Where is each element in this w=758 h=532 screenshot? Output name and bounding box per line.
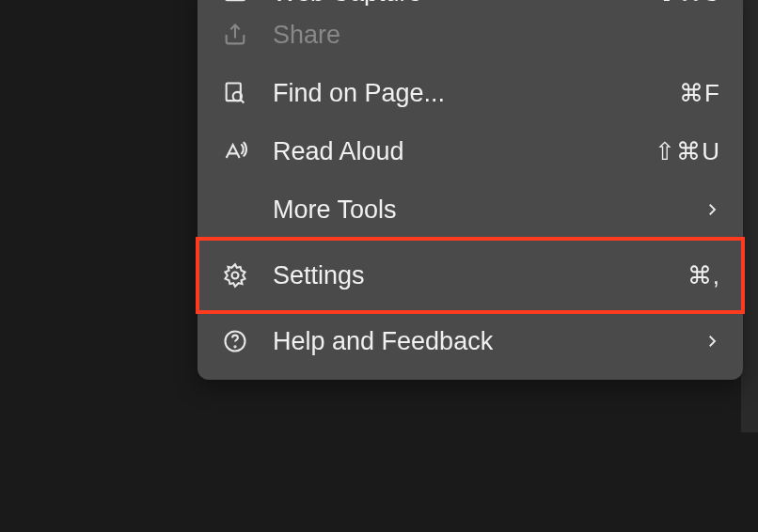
- menu-label: Share: [273, 21, 720, 50]
- svg-point-5: [234, 346, 235, 347]
- menu-shortcut: ⌘F: [679, 79, 720, 108]
- menu-item-read-aloud[interactable]: Read Aloud ⇧⌘U: [197, 122, 743, 180]
- chevron-right-icon: [703, 201, 720, 218]
- svg-point-3: [232, 273, 239, 279]
- menu-label: More Tools: [273, 196, 703, 225]
- gear-icon: [220, 260, 250, 290]
- menu-item-share: Share: [197, 6, 743, 64]
- chevron-right-icon: [703, 333, 720, 350]
- menu-shortcut: ⇧⌘U: [655, 137, 720, 166]
- menu-item-help-feedback[interactable]: Help and Feedback: [197, 312, 743, 370]
- read-aloud-icon: [220, 136, 250, 166]
- menu-label: Find on Page...: [273, 79, 679, 108]
- menu-label: Settings: [273, 261, 687, 290]
- menu-label: Read Aloud: [273, 137, 655, 166]
- window-edge: [741, 0, 758, 432]
- context-menu: Web Capture ⇧⌘S Share Find on Page... ⌘F…: [197, 0, 743, 380]
- menu-shortcut: ⌘,: [687, 261, 720, 290]
- find-icon: [220, 78, 250, 108]
- menu-item-find-on-page[interactable]: Find on Page... ⌘F: [197, 64, 743, 122]
- menu-label: Help and Feedback: [273, 327, 703, 356]
- share-icon: [220, 20, 250, 50]
- menu-item-settings[interactable]: Settings ⌘,: [197, 239, 743, 312]
- help-icon: [220, 326, 250, 356]
- menu-item-more-tools[interactable]: More Tools: [197, 180, 743, 239]
